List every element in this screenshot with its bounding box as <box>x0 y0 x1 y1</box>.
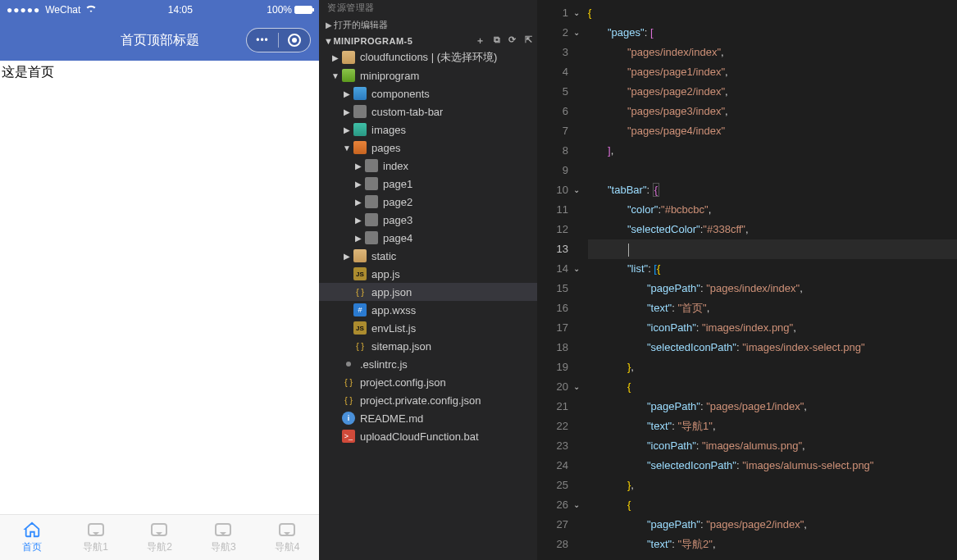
code-line[interactable]: { <box>588 495 957 515</box>
tab-nav3[interactable]: 导航3 <box>191 515 255 560</box>
section-label: 打开的编辑器 <box>334 19 388 31</box>
info-icon <box>342 412 355 425</box>
fold-icon[interactable]: ⌄ <box>570 23 580 43</box>
line-number: 26⌄ <box>537 495 580 515</box>
tab-nav1[interactable]: 导航1 <box>64 515 128 560</box>
code-editor[interactable]: 1⌄2⌄345678910⌄11121314⌄151617181920⌄2122… <box>537 0 957 560</box>
file-app-wxss[interactable]: ▶app.wxss <box>319 301 537 319</box>
code-line[interactable]: "pages/index/index", <box>588 43 957 62</box>
folder-icon <box>353 249 367 262</box>
fold-icon[interactable]: ⌄ <box>570 180 580 200</box>
target-icon[interactable] <box>279 29 310 52</box>
fold-icon[interactable]: ⌄ <box>570 259 580 279</box>
code-line[interactable]: ], <box>588 141 957 161</box>
folder-page1[interactable]: ▶page1 <box>319 175 537 193</box>
code-line[interactable]: "pages/page3/index", <box>588 102 957 121</box>
code-line[interactable]: "selectedIconPath": "images/alumus-selec… <box>588 456 957 476</box>
folder-icon <box>365 213 378 226</box>
phone-simulator: ●●●●● WeChat 14:05 100% 首页顶部标题 这是首页 首页 导… <box>0 0 319 560</box>
chevron-right-icon: ▶ <box>353 216 363 225</box>
folder-page4[interactable]: ▶page4 <box>319 229 537 247</box>
code-line[interactable]: "iconPath": "images/alumus.png", <box>588 436 957 456</box>
file-app-json[interactable]: ▶app.json <box>319 283 537 301</box>
code-line[interactable]: "pages/page2/index", <box>588 82 957 102</box>
file-project-private-config[interactable]: ▶project.private.config.json <box>319 391 537 409</box>
status-bar: ●●●●● WeChat 14:05 100% <box>0 0 319 20</box>
code-line[interactable]: "pages/page4/index" <box>588 121 957 141</box>
code-line[interactable]: }, <box>588 476 957 495</box>
file-sitemap[interactable]: ▶sitemap.json <box>319 337 537 355</box>
collapse-all-icon[interactable]: ⇱ <box>525 34 533 47</box>
capsule-menu <box>246 28 311 52</box>
signal-icon: ●●●●● <box>7 4 40 16</box>
line-number: 21 <box>537 397 580 417</box>
chat-icon <box>278 521 296 539</box>
line-number: 1⌄ <box>537 3 580 23</box>
new-folder-icon[interactable]: ⧉ <box>494 34 501 47</box>
new-file-icon[interactable]: ＋ <box>476 34 485 47</box>
code-line[interactable]: "text": "导航1", <box>588 417 957 436</box>
code-line[interactable]: "tabBar": { <box>588 180 957 200</box>
code-line[interactable]: "color":"#bcbcbc", <box>588 200 957 220</box>
folder-cloudfunctions[interactable]: ▶cloudfunctions | (未选择环境) <box>319 48 537 66</box>
folder-pages[interactable]: ▼pages <box>319 139 537 157</box>
line-number: 19 <box>537 357 580 377</box>
code-line[interactable]: "list": [{ <box>588 259 957 279</box>
code-line[interactable]: "pagePath": "pages/page1/index", <box>588 397 957 417</box>
code-line[interactable]: "pages": [ <box>588 23 957 43</box>
open-editors-section[interactable]: ▶ 打开的编辑器 <box>319 17 537 33</box>
code-line[interactable] <box>588 161 957 180</box>
folder-index[interactable]: ▶index <box>319 157 537 175</box>
fold-icon[interactable]: ⌄ <box>570 3 580 23</box>
folder-icon <box>342 51 355 64</box>
page-body: 这是首页 <box>0 61 319 514</box>
folder-static[interactable]: ▶static <box>319 247 537 265</box>
folder-custom-tab-bar[interactable]: ▶custom-tab-bar <box>319 102 537 121</box>
file-envlist[interactable]: ▶envList.js <box>319 319 537 337</box>
line-number: 14⌄ <box>537 259 580 279</box>
code-line[interactable]: { <box>588 377 957 397</box>
tab-nav2[interactable]: 导航2 <box>128 515 192 560</box>
code-area[interactable]: {"pages": ["pages/index/index","pages/pa… <box>583 0 957 560</box>
folder-miniprogram[interactable]: ▼miniprogram <box>319 66 537 84</box>
refresh-icon[interactable]: ⟳ <box>508 34 517 47</box>
file-project-config[interactable]: ▶project.config.json <box>319 373 537 391</box>
more-icon[interactable] <box>247 29 278 52</box>
project-root-header[interactable]: ▼ MINIPROGRAM-5 ＋ ⧉ ⟳ ⇱ <box>319 33 537 48</box>
bat-icon <box>342 430 355 443</box>
code-line[interactable]: { <box>588 3 957 23</box>
fold-icon[interactable]: ⌄ <box>570 495 580 515</box>
code-line[interactable]: }, <box>588 357 957 377</box>
wxss-icon <box>353 303 367 316</box>
folder-icon <box>353 141 367 154</box>
chevron-down-icon: ▼ <box>330 71 340 80</box>
code-line[interactable]: "pages/page1/index", <box>588 62 957 82</box>
line-number: 5 <box>537 82 580 102</box>
folder-components[interactable]: ▶components <box>319 84 537 102</box>
code-line[interactable]: "selectedColor":"#338cff", <box>588 220 957 239</box>
line-number: 17 <box>537 318 580 338</box>
code-line[interactable]: "selectedIconPath": "images/index-select… <box>588 338 957 357</box>
tab-nav4[interactable]: 导航4 <box>255 515 319 560</box>
fold-icon[interactable]: ⌄ <box>570 377 580 397</box>
line-number: 6 <box>537 102 580 121</box>
line-number: 16 <box>537 298 580 318</box>
code-line[interactable]: "pagePath": "pages/page2/index", <box>588 515 957 535</box>
home-icon <box>23 521 41 539</box>
folder-page3[interactable]: ▶page3 <box>319 211 537 229</box>
folder-page2[interactable]: ▶page2 <box>319 193 537 211</box>
folder-images[interactable]: ▶images <box>319 121 537 139</box>
file-app-js[interactable]: ▶app.js <box>319 265 537 283</box>
code-line[interactable]: "text": "导航2", <box>588 535 957 554</box>
chevron-down-icon: ▼ <box>342 143 352 153</box>
file-upload-bat[interactable]: ▶uploadCloudFunction.bat <box>319 427 537 445</box>
code-line[interactable] <box>588 239 957 259</box>
code-line[interactable]: "iconPath": "images/index.png", <box>588 318 957 338</box>
code-line[interactable]: "pagePath": "pages/index/index", <box>588 279 957 298</box>
json-icon <box>353 285 367 298</box>
file-eslintrc[interactable]: ▶.eslintrc.js <box>319 355 537 373</box>
code-line[interactable]: "text": "首页", <box>588 298 957 318</box>
line-number: 22 <box>537 417 580 436</box>
file-readme[interactable]: ▶README.md <box>319 409 537 427</box>
tab-home[interactable]: 首页 <box>0 515 64 560</box>
